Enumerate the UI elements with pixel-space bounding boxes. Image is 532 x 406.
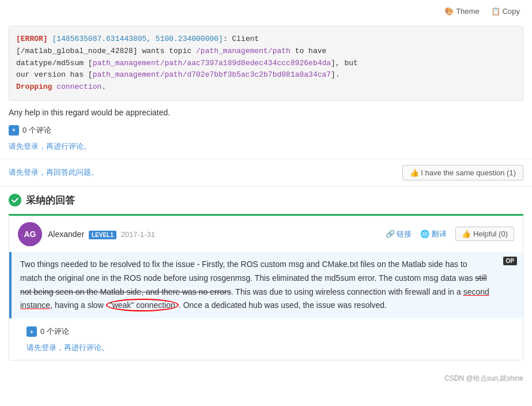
- accepted-header: 采纳的回答: [9, 194, 523, 207]
- answer-card-header: AG Alexander LEVEL1 2017-1-31 🔗 链接 🌐 翻译: [9, 216, 523, 252]
- strikethrough-text: still not being seen on the Matlab side,…: [20, 273, 487, 296]
- comment-count: 0 个评论: [22, 125, 51, 136]
- theme-icon: 🎨: [444, 7, 454, 16]
- watermark-text: CSDN @给点sun,就shine: [444, 374, 523, 382]
- avatar-initials: AG: [24, 230, 36, 239]
- same-question-button[interactable]: 👍 I have the same question (1): [402, 165, 523, 181]
- answer-actions: 🔗 链接 🌐 翻译 👍 Helpful (0): [386, 227, 514, 241]
- code-section: 🎨 Theme 📋 Copy [ERROR] [1485635087.63144…: [0, 0, 532, 101]
- page-container: 🎨 Theme 📋 Copy [ERROR] [1485635087.63144…: [0, 0, 532, 388]
- answer-card: AG Alexander LEVEL1 2017-1-31 🔗 链接 🌐 翻译: [9, 216, 523, 360]
- csdn-watermark: CSDN @给点sun,就shine: [0, 369, 532, 388]
- circle-highlight: "weak" connection: [106, 299, 179, 311]
- same-question-label: 👍 I have the same question (1): [410, 168, 516, 177]
- code-block: [ERROR] [1485635087.631443805, 5100.2340…: [9, 26, 523, 101]
- help-text: Any help in this regard would be appreci…: [0, 101, 532, 122]
- theme-label: Theme: [456, 7, 479, 16]
- op-badge: OP: [503, 257, 517, 265]
- translate-label: 翻译: [432, 229, 447, 239]
- theme-button[interactable]: 🎨 Theme: [441, 6, 482, 17]
- answer-action-bar: 请先登录，再回答此问题。 👍 I have the same question …: [0, 159, 532, 186]
- accepted-section: 采纳的回答 AG Alexander LEVEL1 2017-1-31 🔗 链接: [0, 187, 532, 360]
- helpful-label: 👍 Helpful (0): [462, 230, 508, 238]
- answer-content: OP Two things needed to be resolved to f…: [9, 252, 523, 318]
- answer-add-comment-icon: +: [27, 326, 37, 337]
- helpful-button[interactable]: 👍 Helpful (0): [455, 227, 514, 241]
- author-info: AG Alexander LEVEL1 2017-1-31: [18, 222, 155, 246]
- comment-section: + 0 个评论: [0, 122, 532, 139]
- link-action[interactable]: 🔗 链接: [386, 229, 412, 239]
- author-name: Alexander: [48, 230, 84, 239]
- answer-comment-count: 0 个评论: [40, 326, 69, 337]
- answer-footer: + 0 个评论 请先登录，再进行评论。: [9, 318, 523, 360]
- answer-login-comment-link[interactable]: 请先登录，再进行评论。: [18, 340, 514, 355]
- answer-text: Two things needed to be resolved to fix …: [20, 258, 514, 313]
- copy-label: Copy: [503, 7, 520, 16]
- copy-icon: 📋: [491, 7, 500, 16]
- copy-button[interactable]: 📋 Copy: [488, 6, 523, 17]
- login-comment-link[interactable]: 请先登录，再进行评论。: [0, 139, 532, 154]
- avatar: AG: [18, 222, 42, 246]
- accepted-title: 采纳的回答: [26, 194, 75, 207]
- level-badge: LEVEL1: [89, 231, 116, 239]
- login-answer-link[interactable]: 请先登录，再回答此问题。: [9, 167, 99, 178]
- toolbar: 🎨 Theme 📋 Copy: [441, 6, 523, 17]
- answer-comment-section: + 0 个评论: [18, 323, 514, 340]
- author-meta: Alexander LEVEL1 2017-1-31: [48, 230, 155, 239]
- answer-date: 2017-1-31: [121, 230, 155, 239]
- translate-icon: 🌐: [420, 230, 429, 238]
- accepted-icon: [9, 194, 21, 206]
- add-comment-icon: +: [9, 125, 19, 136]
- translate-action[interactable]: 🌐 翻译: [420, 229, 447, 239]
